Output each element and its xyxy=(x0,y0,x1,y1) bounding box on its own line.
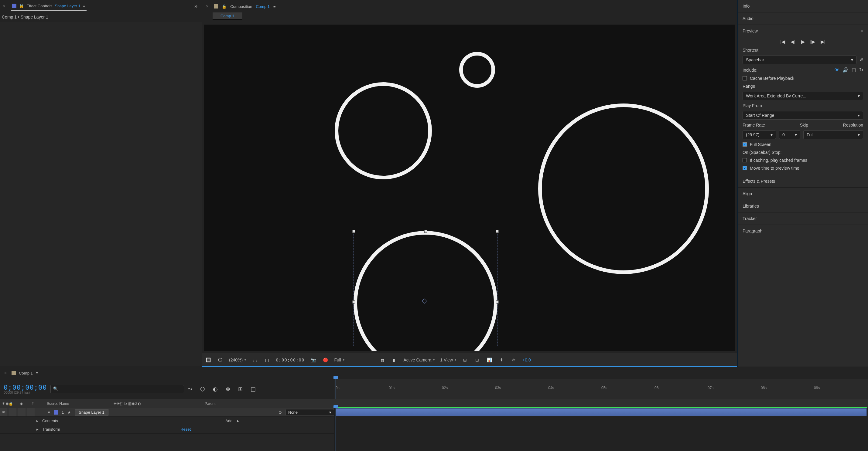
align-panel-header[interactable]: Align xyxy=(738,188,868,200)
camera-dropdown[interactable]: Active Camera xyxy=(403,357,435,362)
channel-icon[interactable]: 🔴 xyxy=(322,357,329,363)
timeline-track-area[interactable] xyxy=(334,408,868,451)
current-timecode[interactable]: 0;00;00;00 xyxy=(4,384,47,391)
first-frame-button[interactable]: |◀ xyxy=(780,39,785,44)
views-dropdown[interactable]: 1 View xyxy=(440,357,456,362)
twirl-icon[interactable]: ▸ xyxy=(36,427,38,431)
timeline-search-input[interactable]: 🔍 xyxy=(51,385,184,393)
tracker-panel-header[interactable]: Tracker xyxy=(738,213,868,225)
play-button[interactable]: ▶ xyxy=(801,39,805,44)
chart-icon[interactable]: 📊 xyxy=(486,357,493,363)
prev-frame-button[interactable]: ◀| xyxy=(790,39,796,44)
paragraph-panel-header[interactable]: Paragraph xyxy=(738,225,868,237)
layer-name[interactable]: Shape Layer 1 xyxy=(75,409,108,416)
layer-label-color[interactable] xyxy=(54,410,58,415)
contents-row[interactable]: ▸ Contents Add: ▸ xyxy=(0,417,334,425)
timeline-ruler[interactable]: 0s01s02s03s04s05s06s07s08s09s10s xyxy=(334,379,868,399)
framerate-dropdown[interactable]: (29.97)▾ xyxy=(743,130,776,139)
motion-blur-icon[interactable]: ⊜ xyxy=(226,386,230,392)
composition-viewport[interactable] xyxy=(204,25,735,351)
effects-presets-panel-header[interactable]: Effects & Presets xyxy=(738,175,868,187)
timeline-tab[interactable]: Comp 1 xyxy=(19,371,33,376)
libraries-panel-header[interactable]: Libraries xyxy=(738,200,868,212)
panel-menu-icon[interactable]: ≡ xyxy=(36,371,38,376)
range-dropdown[interactable]: Work Area Extended By Curre...▾ xyxy=(743,92,863,100)
comp-subtab[interactable]: Comp 1 xyxy=(213,12,242,20)
transform-handle[interactable] xyxy=(352,300,355,303)
snapshot-icon[interactable]: 📷 xyxy=(310,357,316,363)
solo-toggle[interactable] xyxy=(18,408,26,416)
panel-menu-icon[interactable]: ≡ xyxy=(83,3,85,8)
cache-before-checkbox[interactable]: Cache Before Playback xyxy=(743,76,863,81)
grid-icon[interactable]: ⊞ xyxy=(462,357,468,363)
panel-menu-icon[interactable]: ≡ xyxy=(273,4,276,9)
parent-pickwhip-icon[interactable]: ⊙ xyxy=(279,410,282,415)
transform-handle[interactable] xyxy=(424,230,427,233)
include-video-icon[interactable]: 👁 xyxy=(835,67,839,73)
layer-duration-bar[interactable] xyxy=(336,408,867,416)
onstop-cache-checkbox[interactable]: If caching, play cached frames xyxy=(743,158,863,163)
lock-toggle[interactable] xyxy=(27,408,35,416)
reset-exposure-icon[interactable]: ⟳ xyxy=(510,357,517,363)
reset-icon[interactable]: ↺ xyxy=(860,57,863,62)
panel-menu-icon[interactable]: ≡ xyxy=(861,29,863,33)
last-frame-button[interactable]: ▶| xyxy=(820,39,826,44)
audio-panel-header[interactable]: Audio xyxy=(738,12,868,25)
preview-resolution-dropdown[interactable]: Full▾ xyxy=(803,130,863,139)
reset-button[interactable]: Reset xyxy=(180,427,191,431)
transform-handle[interactable] xyxy=(496,300,499,303)
lock-icon[interactable]: 🔒 xyxy=(19,3,24,8)
flowchart-icon[interactable]: ⚘ xyxy=(498,357,505,363)
next-frame-button[interactable]: |▶ xyxy=(810,39,815,44)
panel-target: Shape Layer 1 xyxy=(55,4,81,8)
include-overlays-icon[interactable]: ◫ xyxy=(851,67,856,73)
shape-circle[interactable] xyxy=(538,103,709,274)
exposure-value[interactable]: +0.0 xyxy=(522,357,531,362)
transform-handle[interactable] xyxy=(496,230,499,233)
source-column-header: Source Name xyxy=(45,401,112,406)
fullscreen-checkbox[interactable]: ✓Full Screen xyxy=(743,142,863,147)
include-audio-icon[interactable]: 🔊 xyxy=(842,67,848,73)
skip-dropdown[interactable]: 0▾ xyxy=(779,130,800,139)
mask-icon[interactable]: ◧ xyxy=(391,357,398,363)
close-tab-button[interactable]: × xyxy=(204,4,210,9)
preview-panel-header[interactable]: Preview ≡ xyxy=(738,25,868,37)
footer-timecode[interactable]: 0;00;00;00 xyxy=(276,357,304,362)
magnify-icon[interactable]: 🔳 xyxy=(205,357,211,363)
transparency-grid-icon[interactable]: ▦ xyxy=(379,357,386,363)
close-tab-button[interactable]: × xyxy=(2,371,8,376)
brainstorm-icon[interactable]: ◫ xyxy=(251,386,256,392)
shape-circle[interactable] xyxy=(335,82,432,180)
effect-controls-tab[interactable]: 🔒 Effect Controls Shape Layer 1 ≡ xyxy=(11,2,87,11)
add-menu-button[interactable]: ▸ xyxy=(237,419,239,423)
guides-icon[interactable]: ⊡ xyxy=(474,357,480,363)
playfrom-dropdown[interactable]: Start Of Range▾ xyxy=(743,111,863,120)
frame-blend-icon[interactable]: ◐ xyxy=(213,386,218,392)
twirl-icon[interactable]: ▸ xyxy=(36,419,38,423)
region-icon[interactable]: ◫ xyxy=(264,357,270,363)
onstop-move-checkbox[interactable]: ✓Move time to preview time xyxy=(743,166,863,170)
draft3d-icon[interactable]: ⬡ xyxy=(200,386,205,392)
graph-editor-icon[interactable]: ⊞ xyxy=(238,386,243,392)
audio-toggle[interactable] xyxy=(9,408,17,416)
playhead-line[interactable] xyxy=(336,408,336,451)
shy-toggle-icon[interactable]: ⤳ xyxy=(188,386,192,392)
transform-handle[interactable] xyxy=(352,230,355,233)
twirl-icon[interactable]: ▾ xyxy=(48,410,50,415)
lock-icon[interactable]: 🔒 xyxy=(222,4,226,9)
resolution-dropdown[interactable]: Full xyxy=(334,357,374,362)
layer-row[interactable]: 👁 ▾ 1 ★ Shape Layer 1 ⊙ None▾ xyxy=(0,408,334,417)
shortcut-dropdown[interactable]: Spacebar▾ xyxy=(743,56,857,64)
close-tab-button[interactable]: × xyxy=(1,4,7,8)
overflow-chevron-icon[interactable]: » xyxy=(194,3,200,9)
video-toggle[interactable]: 👁 xyxy=(0,408,7,416)
info-panel-header[interactable]: Info xyxy=(738,0,868,12)
resolution-icon[interactable]: ⬚ xyxy=(251,357,258,363)
parent-dropdown[interactable]: None▾ xyxy=(285,409,334,416)
zoom-dropdown[interactable]: (240%) xyxy=(229,357,246,362)
transform-row[interactable]: ▸ Transform Reset xyxy=(0,425,334,434)
anchor-point-icon[interactable] xyxy=(422,299,427,304)
shape-circle[interactable] xyxy=(459,52,495,88)
loop-icon[interactable]: ↻ xyxy=(859,67,863,73)
display-icon[interactable]: 🖵 xyxy=(217,357,223,363)
